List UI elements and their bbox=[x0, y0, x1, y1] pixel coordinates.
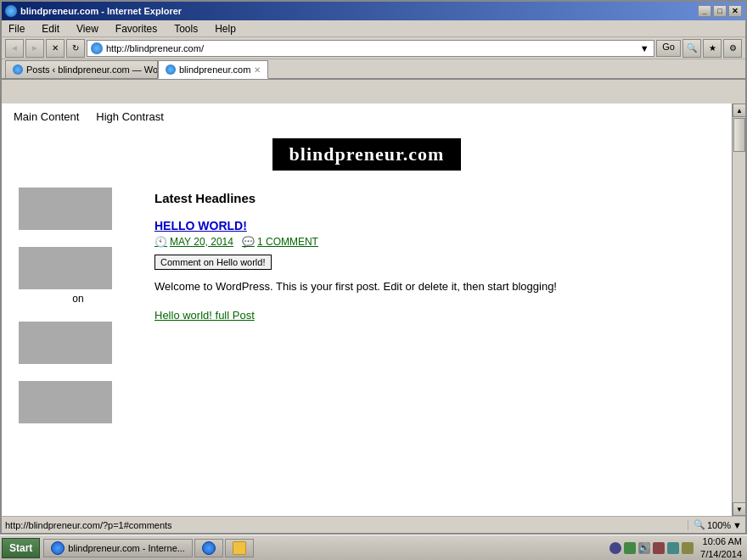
post-excerpt: Welcome to WordPress. This is your first… bbox=[154, 278, 562, 295]
address-bar[interactable]: http://blindpreneur.com/ ▼ bbox=[87, 40, 654, 57]
sidebar-widget-image-3 bbox=[19, 322, 112, 364]
title-bar-buttons[interactable]: _ □ ✕ bbox=[698, 5, 742, 17]
scroll-down-button[interactable]: ▼ bbox=[733, 502, 746, 516]
read-more-link[interactable]: Hello world! full Post bbox=[154, 309, 715, 322]
clock-icon: 🕙 bbox=[154, 236, 167, 248]
search-button[interactable]: 🔍 bbox=[682, 39, 701, 58]
taskbar-item-label: blindpreneur.com - Interne... bbox=[68, 543, 185, 553]
back-button[interactable]: ◄ bbox=[5, 39, 24, 58]
sys-icon-5 bbox=[682, 542, 694, 554]
tabs-bar: Posts ‹ blindpreneur.com — Wo... ✕ blind… bbox=[2, 59, 745, 80]
taskbar-item-ie2[interactable] bbox=[194, 539, 223, 557]
taskbar-ie-icon-2 bbox=[202, 541, 216, 555]
tab-close-blindpreneur[interactable]: ✕ bbox=[254, 65, 261, 75]
sidebar-widget-image-4 bbox=[19, 381, 112, 423]
refresh-button[interactable]: ↻ bbox=[66, 39, 85, 58]
zoom-dropdown-icon[interactable]: ▼ bbox=[733, 520, 742, 530]
taskbar-item-ie[interactable]: blindpreneur.com - Interne... bbox=[43, 539, 193, 557]
tab-icon-posts bbox=[13, 64, 23, 75]
address-dropdown-button[interactable]: ▼ bbox=[638, 42, 650, 54]
post-meta: 🕙 MAY 20, 2014 💬 1 COMMENT bbox=[154, 236, 715, 248]
skip-links: Main Content High Contrast bbox=[2, 104, 732, 130]
tab-label-blindpreneur: blindpreneur.com bbox=[179, 64, 250, 75]
skip-main-content[interactable]: Main Content bbox=[14, 110, 79, 123]
taskbar-right: 🔊 10:06 AM 7/14/2014 bbox=[604, 535, 747, 560]
tab-blindpreneur[interactable]: blindpreneur.com ✕ bbox=[158, 60, 268, 79]
zoom-icon: 🔍 bbox=[694, 519, 705, 530]
skip-high-contrast[interactable]: High Contrast bbox=[96, 110, 163, 123]
sys-icon-4 bbox=[667, 542, 679, 554]
comment-icon: 💬 bbox=[242, 236, 255, 248]
system-tray: 🔊 bbox=[609, 542, 694, 554]
sidebar-widget-1 bbox=[10, 188, 146, 230]
menu-edit[interactable]: Edit bbox=[38, 22, 63, 36]
title-bar-left: blindpreneur.com - Internet Explorer bbox=[5, 5, 182, 17]
address-text: http://blindpreneur.com/ bbox=[106, 43, 635, 53]
scrollbar[interactable]: ▲ ▼ bbox=[732, 104, 745, 516]
taskbar-items: blindpreneur.com - Interne... bbox=[43, 539, 603, 557]
browser-title: blindpreneur.com - Internet Explorer bbox=[20, 6, 182, 16]
status-zoom: 🔍 100% ▼ bbox=[688, 519, 742, 530]
post-date[interactable]: 🕙 MAY 20, 2014 bbox=[154, 236, 233, 248]
sys-icon-2 bbox=[624, 542, 636, 554]
sidebar-widget-4 bbox=[10, 381, 146, 423]
menu-favorites[interactable]: Favorites bbox=[112, 22, 160, 36]
sys-icon-1 bbox=[609, 542, 621, 554]
scroll-track[interactable] bbox=[733, 117, 745, 502]
sidebar-widget-3 bbox=[10, 322, 146, 364]
browser-window: blindpreneur.com - Internet Explorer _ □… bbox=[0, 0, 747, 535]
post-hello-world: HELLO WORLD! 🕙 MAY 20, 2014 💬 1 COMMENT … bbox=[154, 219, 715, 322]
zoom-level: 100% bbox=[707, 520, 731, 530]
sidebar: on bbox=[10, 188, 146, 423]
site-logo[interactable]: blindpreneur.com bbox=[272, 138, 462, 171]
post-comment-count: 1 COMMENT bbox=[257, 236, 318, 248]
sidebar-on-label: on bbox=[10, 293, 146, 305]
tab-label-posts: Posts ‹ blindpreneur.com — Wo... bbox=[26, 64, 158, 75]
page-icon bbox=[91, 42, 103, 54]
scroll-thumb[interactable] bbox=[733, 118, 745, 152]
content-area: Main Content High Contrast blindpreneur.… bbox=[2, 104, 732, 516]
ie-logo-icon bbox=[5, 5, 17, 17]
taskbar-folder-icon bbox=[233, 541, 246, 555]
start-label: Start bbox=[9, 542, 32, 554]
minimize-button[interactable]: _ bbox=[698, 5, 711, 17]
maximize-button[interactable]: □ bbox=[713, 5, 727, 17]
sidebar-widget-image-1 bbox=[19, 188, 112, 230]
scroll-up-button[interactable]: ▲ bbox=[733, 104, 746, 117]
go-button[interactable]: Go bbox=[656, 40, 681, 57]
tools-nav-button[interactable]: ⚙ bbox=[723, 39, 742, 58]
menu-bar: File Edit View Favorites Tools Help bbox=[2, 20, 745, 37]
taskbar-time: 10:06 AM 7/14/2014 bbox=[700, 535, 742, 560]
tab-icon-blindpreneur bbox=[166, 64, 176, 75]
status-url: http://blindpreneur.com/?p=1#comments bbox=[5, 520, 688, 530]
forward-button[interactable]: ► bbox=[25, 39, 44, 58]
close-button[interactable]: ✕ bbox=[728, 5, 742, 17]
comment-tooltip: Comment on Hello world! bbox=[154, 255, 272, 270]
status-bar: http://blindpreneur.com/?p=1#comments 🔍 … bbox=[2, 516, 745, 533]
stop-button[interactable]: ✕ bbox=[46, 39, 65, 58]
sidebar-widget-image-2 bbox=[19, 247, 112, 289]
menu-tools[interactable]: Tools bbox=[171, 22, 201, 36]
sidebar-widget-2: on bbox=[10, 247, 146, 305]
date-display: 7/14/2014 bbox=[700, 548, 742, 560]
sys-icon-3 bbox=[653, 542, 665, 554]
post-comment-link[interactable]: 💬 1 COMMENT bbox=[242, 236, 318, 248]
taskbar-ie-icon bbox=[51, 541, 65, 555]
title-bar: blindpreneur.com - Internet Explorer _ □… bbox=[2, 2, 745, 20]
menu-file[interactable]: File bbox=[5, 22, 28, 36]
tab-posts[interactable]: Posts ‹ blindpreneur.com — Wo... ✕ bbox=[5, 60, 158, 78]
page-layout: on Latest Headlines HELLO WORLD! 🕙 bbox=[2, 188, 732, 423]
site-header: blindpreneur.com bbox=[2, 130, 732, 188]
post-date-text: MAY 20, 2014 bbox=[170, 236, 233, 248]
time-display: 10:06 AM bbox=[700, 535, 742, 547]
favorites-button[interactable]: ★ bbox=[703, 39, 722, 58]
menu-help[interactable]: Help bbox=[211, 22, 239, 36]
menu-view[interactable]: View bbox=[73, 22, 102, 36]
nav-bar: ◄ ► ✕ ↻ http://blindpreneur.com/ ▼ Go 🔍 … bbox=[2, 37, 745, 59]
taskbar-item-folder[interactable] bbox=[225, 539, 254, 557]
main-content: Latest Headlines HELLO WORLD! 🕙 MAY 20, … bbox=[146, 188, 723, 423]
post-title[interactable]: HELLO WORLD! bbox=[154, 219, 715, 232]
sys-icon-volume[interactable]: 🔊 bbox=[638, 542, 650, 554]
taskbar: Start blindpreneur.com - Interne... 🔊 10… bbox=[0, 535, 747, 560]
start-button[interactable]: Start bbox=[2, 538, 40, 558]
